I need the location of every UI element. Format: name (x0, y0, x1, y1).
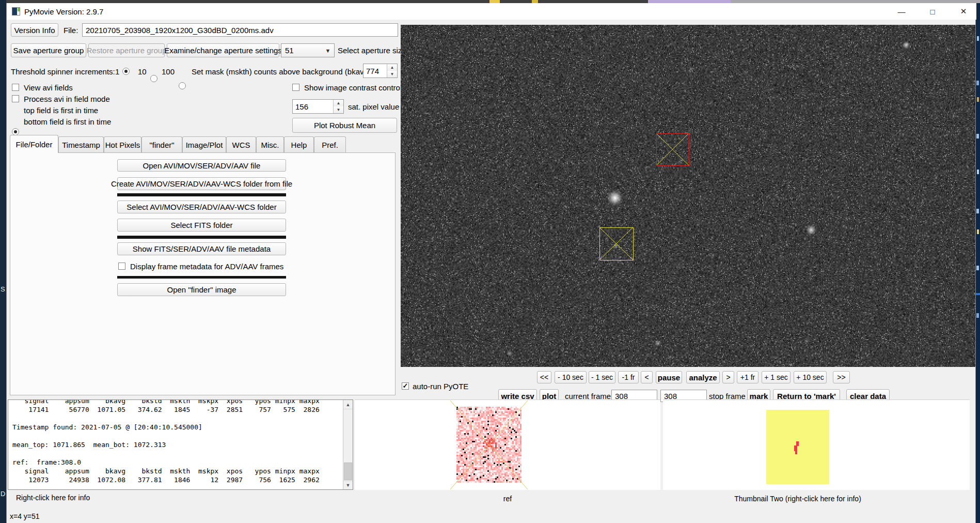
threshold-increments-label: Threshold spinner increments: (11, 66, 115, 77)
scroll-down-icon[interactable]: ▼ (343, 481, 353, 489)
desktop-edge-left: S D (0, 0, 6, 523)
sat-pixel-label: sat. pixel value (348, 101, 399, 112)
jump-back-fast-button[interactable]: << (537, 371, 551, 383)
log-text-area[interactable]: signal appsum bkavg bkstd mskth mskpx xp… (8, 399, 353, 490)
step-back-button[interactable]: < (641, 371, 653, 383)
display-frame-metadata-checkbox[interactable] (118, 263, 125, 270)
bottom-field-first-label: bottom field is first in time (24, 116, 111, 127)
restore-aperture-group-button[interactable]: Restore aperture group (88, 43, 165, 57)
process-field-mode-checkbox[interactable] (12, 95, 19, 102)
spin-down-icon[interactable]: ▼ (387, 71, 397, 78)
mask-counts-value: 774 (363, 64, 387, 78)
plus-1-frame-button[interactable]: +1 fr (737, 371, 758, 383)
scrollbar-thumb[interactable] (344, 463, 352, 480)
plus-1-sec-button[interactable]: + 1 sec (762, 371, 791, 383)
tab-hot-pixels[interactable]: Hot Pixels (104, 136, 141, 153)
desktop-edge-right (976, 3, 980, 523)
create-wcs-folder-button[interactable]: Create AVI/MOV/SER/ADV/AAV-WCS folder fr… (117, 177, 286, 190)
open-video-file-button[interactable]: Open AVI/MOV/SER/ADV/AAV file (117, 159, 286, 172)
step-forward-button[interactable]: > (722, 371, 734, 383)
show-metadata-button[interactable]: Show FITS/SER/ADV/AAV file metadata (117, 242, 286, 255)
log-scrollbar[interactable]: ▲ ▼ (343, 400, 353, 489)
jump-forward-fast-button[interactable]: >> (833, 371, 850, 383)
aperture-size-value: 51 (281, 44, 322, 57)
tab-help[interactable]: Help (284, 136, 314, 153)
file-folder-panel: Open AVI/MOV/SER/ADV/AAV file Create AVI… (10, 152, 396, 395)
top-field-first-label: top field is first in time (24, 104, 98, 116)
threshold-option-10-radio[interactable] (150, 75, 157, 82)
desktop-fragment (977, 229, 979, 234)
log-text: signal appsum bkavg bkstd mskth mskpx xp… (8, 399, 353, 484)
mask-counts-label: Set mask (mskth) counts above background… (192, 66, 371, 77)
version-info-button[interactable]: Version Info (11, 23, 58, 37)
thumbnail-ref-image[interactable] (450, 401, 528, 489)
sat-pixel-spinner[interactable]: 156 ▲▼ (292, 99, 344, 114)
spin-up-icon[interactable]: ▲ (334, 100, 343, 106)
tab-finder[interactable]: "finder" (141, 136, 182, 153)
plus-10-sec-button[interactable]: + 10 sec (794, 371, 827, 383)
app-icon (12, 7, 20, 16)
spin-down-icon[interactable]: ▼ (334, 106, 343, 113)
aperture-size-select[interactable]: 51 ▼ (281, 43, 335, 57)
desktop-fragment (977, 36, 979, 41)
save-aperture-group-button[interactable]: Save aperture group (11, 43, 86, 57)
minimize-button[interactable]: — (894, 5, 909, 18)
title-bar[interactable]: PyMovie Version: 2.9.7 — □ ✕ (7, 3, 976, 20)
process-field-mode-label: Process avi in field mode (24, 93, 110, 104)
tab-timestamp[interactable]: Timestamp (58, 136, 104, 153)
aperture-size-label: Select aperture size (338, 43, 406, 57)
threshold-option-1-radio[interactable] (122, 68, 130, 75)
pause-button[interactable]: pause (656, 371, 682, 383)
window-title: PyMovie Version: 2.9.7 (24, 3, 103, 20)
show-contrast-label: Show image contrast control (304, 82, 402, 93)
divider (117, 193, 286, 196)
view-avi-fields-label: View avi fields (24, 82, 73, 93)
scroll-up-icon[interactable]: ▲ (343, 400, 353, 409)
desktop-fragment (976, 293, 980, 295)
minus-10-sec-button[interactable]: - 10 sec (555, 371, 587, 383)
mask-counts-spinner[interactable]: 774 ▲▼ (363, 64, 398, 78)
view-avi-fields-checkbox[interactable] (12, 84, 19, 91)
select-wcs-folder-button[interactable]: Select AVI/MOV/SER/ADV/AAV-WCS folder (117, 201, 286, 213)
file-label: File: (64, 23, 78, 37)
desktop-fragment (977, 170, 979, 174)
tab-pref[interactable]: Pref. (314, 136, 346, 153)
maximize-button[interactable]: □ (925, 5, 940, 18)
desktop-fragment (976, 266, 979, 270)
desktop-fragment (976, 81, 979, 85)
thumbnail-two-image[interactable] (766, 410, 829, 484)
thumbnail-two-label: Thumbnail Two (right-click here for info… (663, 494, 932, 504)
analyze-button[interactable]: analyze (686, 371, 720, 383)
check-icon: ✓ (403, 383, 408, 389)
autorun-pyote-label: auto-run PyOTE (413, 380, 468, 392)
close-button[interactable]: ✕ (956, 5, 971, 18)
star-field-image-view[interactable] (401, 25, 975, 367)
spin-up-icon[interactable]: ▲ (387, 64, 397, 71)
minus-1-sec-button[interactable]: - 1 sec (589, 371, 615, 383)
display-frame-metadata-label: Display frame metadata for ADV/AAV frame… (130, 260, 283, 272)
desktop-icon-letter: S (1, 285, 5, 293)
autorun-pyote-checkbox[interactable]: ✓ (402, 382, 409, 390)
cursor-coordinates: x=4 y=51 (10, 511, 40, 521)
select-fits-folder-button[interactable]: Select FITS folder (117, 219, 286, 232)
tab-file-folder[interactable]: File/Folder (10, 135, 58, 153)
desktop-fragment (976, 134, 979, 139)
tab-wcs[interactable]: WCS (226, 136, 256, 153)
target-mark (795, 451, 797, 454)
tab-misc[interactable]: Misc. (256, 136, 284, 153)
thumbnail-ref-label: ref (355, 494, 660, 504)
plot-robust-mean-button[interactable]: Plot Robust Mean (292, 118, 397, 133)
divider (117, 236, 286, 239)
desktop-fragment (976, 209, 979, 213)
minus-1-frame-button[interactable]: -1 fr (618, 371, 639, 383)
show-contrast-checkbox[interactable] (292, 84, 299, 91)
file-input[interactable] (82, 23, 398, 37)
threshold-option-100-radio[interactable] (179, 82, 186, 89)
open-finder-image-button[interactable]: Open "finder" image (117, 283, 286, 296)
examine-aperture-settings-button[interactable]: Examine/change aperture settings (167, 43, 279, 57)
desktop-icon-letter: D (1, 490, 5, 498)
top-field-first-radio[interactable] (12, 128, 19, 135)
log-info-hint: Right-click here for info (16, 493, 90, 503)
tab-image-plot[interactable]: Image/Plot (182, 136, 226, 153)
divider (117, 276, 286, 279)
